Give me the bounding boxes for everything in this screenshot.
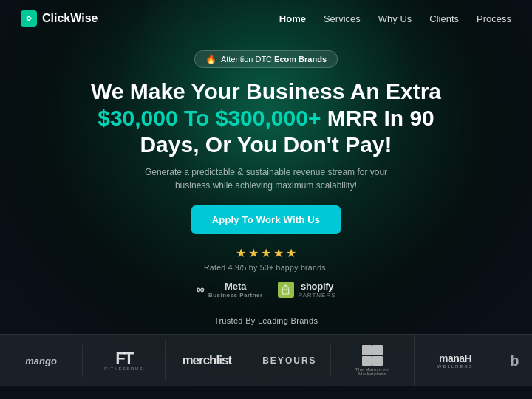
hero-subtext: Generate a predictable & sustainable rev… [140, 166, 392, 192]
star-rating: ★ ★ ★ ★ ★ [15, 246, 517, 260]
brand-beyours-label: BEYOURS [262, 355, 316, 366]
shopify-partner: shopify partners [278, 281, 336, 299]
shopify-text: shopify partners [299, 281, 336, 299]
logo-icon [21, 10, 37, 27]
nav-home[interactable]: Home [279, 13, 306, 24]
trusted-section: Trusted By Leading Brands mango FT FITNE… [0, 316, 532, 386]
meta-sq-3 [362, 356, 372, 366]
brand-merchlist: merchlist [166, 343, 248, 378]
brands-bar: mango FT FITNESSRUS merchlist BEYOURS [0, 334, 532, 386]
navbar: ClickWise Home Services Why Us Clients P… [0, 0, 532, 37]
meta-sq-2 [372, 345, 383, 355]
nav-links: Home Services Why Us Clients Process [279, 12, 511, 25]
manah-sub: WELLNESS [437, 364, 474, 369]
rating-text: Rated 4.9/5 by 50+ happy brands. [15, 263, 517, 272]
brand-manah: manaH WELLNESS [415, 342, 497, 379]
ft-text: FT [115, 350, 132, 366]
brand-beyours: BEYOURS [248, 345, 331, 376]
meta-partner: ∞ Meta Business Partner [196, 281, 262, 299]
logo[interactable]: ClickWise [21, 10, 98, 27]
meta-marketplace-label: The MainstreetMarketplace [355, 367, 389, 376]
fire-icon: 🔥 [205, 54, 216, 64]
meta-sq-1 [362, 345, 372, 355]
meta-sub: Business Partner [208, 292, 263, 299]
ft-logo: FT FITNESSRUS [104, 350, 143, 371]
meta-sq-4 [372, 356, 383, 366]
hero-headline: We Make Your Business An Extra $30,000 T… [74, 78, 458, 158]
shopify-icon [278, 282, 294, 298]
headline-line1: We Make Your Business An Extra [91, 79, 441, 103]
nav-why-us[interactable]: Why Us [378, 13, 412, 24]
hero-section: 🔥 Attention DTC Ecom Brands We Make Your… [0, 37, 532, 299]
brand-mango-label: mango [25, 355, 57, 366]
nav-clients[interactable]: Clients [429, 13, 459, 24]
star-2: ★ [248, 246, 259, 260]
meta-label: Meta [208, 281, 263, 292]
headline-line3: Days, Or You Don't Pay! [140, 132, 392, 157]
brand-merchlist-label: merchlist [182, 353, 231, 368]
badge-text: Attention DTC Ecom Brands [221, 55, 327, 64]
headline-highlight: $30,000 To $300,000+ [98, 106, 321, 130]
cta-button[interactable]: Apply To Work With Us [191, 205, 341, 234]
star-3: ★ [261, 246, 271, 260]
brand-ft: FT FITNESSRUS [83, 340, 166, 381]
star-5: ★ [286, 246, 296, 260]
nav-services[interactable]: Services [324, 13, 361, 24]
meta-marketplace-grid [362, 345, 383, 366]
headline-line2: MRR In 90 [327, 106, 434, 130]
trusted-title: Trusted By Leading Brands [0, 316, 532, 325]
partners: ∞ Meta Business Partner shopify partners [15, 281, 517, 299]
brand-mango: mango [0, 345, 83, 377]
brand-meta-marketplace: The MainstreetMarketplace [331, 335, 414, 386]
meta-icon: ∞ [196, 283, 204, 296]
star-4: ★ [273, 246, 284, 260]
attention-badge: 🔥 Attention DTC Ecom Brands [194, 50, 338, 68]
manah-wrap: manaH WELLNESS [437, 352, 474, 369]
star-1: ★ [236, 246, 246, 260]
brand-partial-label: b [510, 352, 519, 369]
manah-main: manaH [439, 352, 471, 364]
meta-marketplace-wrap: The MainstreetMarketplace [355, 345, 389, 376]
nav-process[interactable]: Process [477, 13, 511, 24]
logo-text: ClickWise [42, 12, 98, 25]
brand-partial: b [497, 342, 532, 380]
ft-sub: FITNESSRUS [104, 366, 143, 371]
